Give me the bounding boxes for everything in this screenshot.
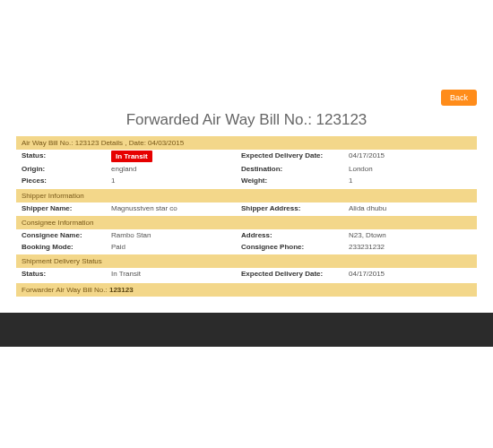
section-header-delivery: Shipment Delivery Status	[16, 254, 477, 268]
forwarder-bill-line: Forwarder Air Way Bill No.: 123123	[16, 283, 477, 297]
value-consignee-address: N23, Dtown	[349, 230, 471, 240]
section-header-details: Air Way Bill No.: 123123 Details , Date:…	[16, 136, 477, 150]
section-header-shipper: Shipper Information	[16, 189, 477, 202]
label-destination: Destination:	[241, 164, 349, 174]
row-status: Status: In Transit Expected Delivery Dat…	[16, 150, 477, 163]
value-status: In Transit	[111, 151, 241, 162]
label-status: Status:	[22, 151, 111, 162]
row-consignee-name: Consignee Name: Rambo Stan Address: N23,…	[16, 229, 477, 241]
row-shipper: Shipper Name: Magnusstven star co Shippe…	[16, 202, 477, 214]
page-footer	[0, 313, 493, 347]
value-destination: London	[349, 164, 471, 174]
label-booking-mode: Booking Mode:	[22, 242, 111, 252]
label-delivery-status: Status:	[22, 269, 111, 279]
value-delivery-expected: 04/17/2015	[349, 269, 471, 279]
forwarder-prefix: Forwarder Air Way Bill No.:	[22, 286, 109, 294]
value-booking-mode: Paid	[111, 242, 241, 252]
row-delivery-status: Status: In Transit Expected Delivery Dat…	[16, 268, 477, 280]
value-origin: england	[111, 164, 241, 174]
page-title: Forwarded Air Way Bill No.: 123123	[0, 111, 493, 129]
label-delivery-expected: Expected Delivery Date:	[241, 269, 349, 279]
value-delivery-status: In Transit	[111, 269, 241, 279]
label-pieces: Pieces:	[22, 176, 111, 185]
section-header-consignee: Consignee Information	[16, 216, 477, 229]
label-origin: Origin:	[22, 164, 111, 174]
label-consignee-name: Consignee Name:	[22, 230, 111, 240]
label-weight: Weight:	[241, 176, 349, 185]
label-shipper-address: Shipper Address:	[241, 203, 349, 213]
value-shipper-address: Alida dhubu	[349, 203, 471, 213]
value-expected-delivery: 04/17/2015	[349, 151, 471, 162]
row-pieces: Pieces: 1 Weight: 1	[16, 175, 477, 186]
details-container: Air Way Bill No.: 123123 Details , Date:…	[0, 136, 493, 297]
label-shipper-name: Shipper Name:	[22, 203, 111, 213]
row-origin: Origin: england Destination: London	[16, 163, 477, 175]
back-button[interactable]: Back	[441, 90, 477, 106]
label-consignee-address: Address:	[241, 230, 349, 240]
forwarder-number: 123123	[109, 286, 134, 294]
value-weight: 1	[349, 176, 471, 185]
row-booking: Booking Mode: Paid Consignee Phone: 2332…	[16, 241, 477, 253]
label-consignee-phone: Consignee Phone:	[241, 242, 349, 252]
value-consignee-name: Rambo Stan	[111, 230, 241, 240]
label-expected-delivery: Expected Delivery Date:	[241, 151, 349, 162]
value-consignee-phone: 233231232	[349, 242, 471, 252]
value-shipper-name: Magnusstven star co	[111, 203, 241, 213]
value-pieces: 1	[111, 176, 241, 185]
status-badge: In Transit	[111, 151, 152, 162]
